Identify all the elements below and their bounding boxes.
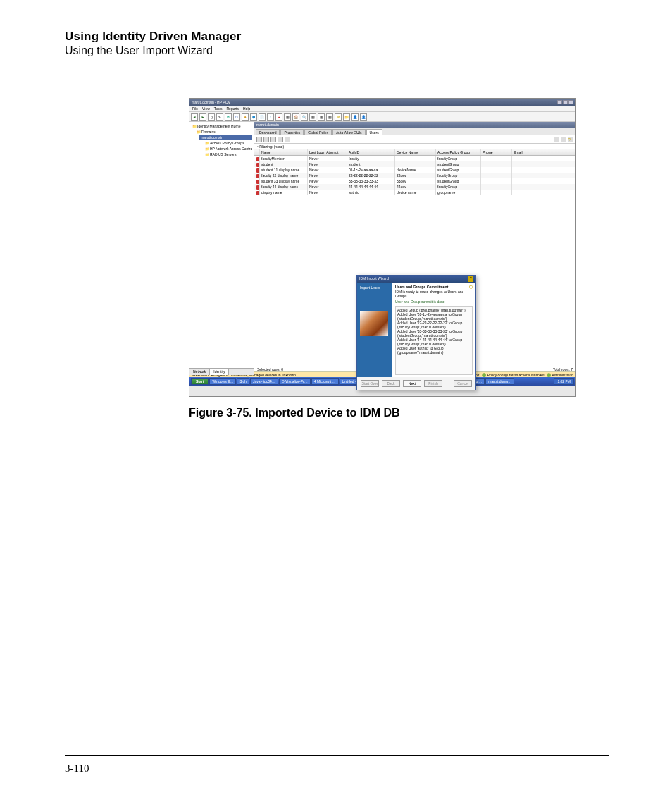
delete-user-icon[interactable] xyxy=(270,137,276,142)
close-icon[interactable] xyxy=(568,100,573,104)
col-authid[interactable]: AuthID xyxy=(347,149,395,155)
help-icon[interactable]: ? xyxy=(568,137,573,142)
start-button[interactable]: Start xyxy=(191,378,209,385)
col-name[interactable]: Name xyxy=(260,149,308,155)
user-action-icon[interactable] xyxy=(285,137,290,142)
embedded-screenshot: maruti.domain - HP PCM File View Tools R… xyxy=(189,98,576,397)
page-footer-rule xyxy=(65,755,609,756)
tree-hp-nac[interactable]: HP Network Access Control xyxy=(204,146,252,152)
user-action-icon[interactable] xyxy=(278,137,283,142)
user-icon[interactable]: 👤 xyxy=(351,113,359,121)
tab-global-rules[interactable]: Global Rules xyxy=(304,129,332,135)
table-row[interactable]: studentNeverstudentstudentGroup xyxy=(254,161,575,167)
cell-last-login: Never xyxy=(308,167,347,173)
toolbar-icon[interactable]: ✎ xyxy=(216,113,223,121)
print-icon[interactable] xyxy=(554,137,559,142)
wizard-side-title: Import Users xyxy=(360,285,390,290)
figure-caption: Figure 3-75. Imported Device to IDM DB xyxy=(189,407,609,419)
minimize-icon[interactable] xyxy=(557,100,562,104)
add-user-icon[interactable] xyxy=(256,137,262,142)
start-over-button[interactable]: Start Over xyxy=(361,380,379,387)
toolbar-icon[interactable]: ⟳ xyxy=(225,113,232,121)
forward-icon[interactable]: ► xyxy=(199,113,206,121)
toolbar-icon[interactable]: 📄 xyxy=(259,113,266,121)
col-icon[interactable] xyxy=(254,149,260,155)
toolbar-icon[interactable]: ▦ xyxy=(284,113,291,121)
tree-access-policy-groups[interactable]: Access Policy Groups xyxy=(204,140,252,146)
taskbar-item[interactable]: OIVisualize-Pr… xyxy=(279,378,311,385)
menu-tools[interactable]: Tools xyxy=(214,106,223,111)
toolbar-icon[interactable]: ⟳ xyxy=(233,113,240,121)
cell-phone xyxy=(481,156,512,161)
search-icon[interactable]: 🔍 xyxy=(301,113,308,121)
cell-email xyxy=(512,173,575,178)
home-icon[interactable]: 🏠 xyxy=(292,113,299,121)
toolbar-icon[interactable]: ▦ xyxy=(326,113,333,121)
cell-email xyxy=(512,190,575,195)
col-last-login[interactable]: Last Login Attempt xyxy=(308,149,347,155)
col-phone[interactable]: Phone xyxy=(481,149,512,155)
cancel-button[interactable]: Cancel xyxy=(454,380,472,387)
taskbar-item[interactable]: 4 Microsoft … xyxy=(311,378,339,385)
finish-button[interactable]: Finish xyxy=(424,380,442,387)
menu-help[interactable]: Help xyxy=(243,106,250,111)
edit-user-icon[interactable] xyxy=(263,137,269,142)
table-row[interactable]: display nameNeverauth iddevice namegroup… xyxy=(254,190,575,195)
toolbar-icon[interactable]: 📁 xyxy=(343,113,350,121)
toolbar-icon[interactable]: ⬢ xyxy=(250,113,257,121)
filter-row[interactable]: • Filtering: (none) xyxy=(254,144,575,149)
bottom-tab-network[interactable]: Network xyxy=(189,369,210,375)
back-button[interactable]: Back xyxy=(382,380,400,387)
tab-users[interactable]: Users xyxy=(366,129,382,135)
tab-dashboard[interactable]: Dashboard xyxy=(256,129,280,135)
col-device-name[interactable]: Device Name xyxy=(395,149,436,155)
tree-domain-selected[interactable]: maruti.domain xyxy=(199,135,252,140)
toolbar-icon[interactable]: ▦ xyxy=(309,113,316,121)
user-icon[interactable]: 👤 xyxy=(360,113,367,121)
bottom-tab-identity[interactable]: Identity xyxy=(210,369,229,375)
menu-view[interactable]: View xyxy=(202,106,210,111)
next-button[interactable]: Next xyxy=(403,380,421,387)
wizard-status-text: User and Group commit is done xyxy=(395,300,473,304)
col-email[interactable]: Email xyxy=(512,149,575,155)
table-row[interactable]: faculty 44 display nameNever44-44-44-44-… xyxy=(254,184,575,190)
export-icon[interactable] xyxy=(561,137,566,142)
table-row[interactable]: faculty 22 display nameNever22-22-22-22-… xyxy=(254,173,575,178)
tab-properties[interactable]: Properties xyxy=(280,129,304,135)
toolbar-icon[interactable]: ⎙ xyxy=(208,113,215,121)
cell-phone xyxy=(481,173,512,178)
system-clock[interactable]: 1:02 PM xyxy=(554,378,574,385)
taskbar-item[interactable]: maruti.doma… xyxy=(485,378,514,385)
tree-radius-servers[interactable]: RADIUS Servers xyxy=(204,152,252,157)
tab-auto-allow-ouis[interactable]: Auto-Allow OUIs xyxy=(332,129,366,135)
tree-root[interactable]: Identity Management Home xyxy=(191,123,252,129)
table-row[interactable]: student 33 display nameNever33-33-33-33-… xyxy=(254,178,575,184)
toolbar-icon[interactable]: ✦ xyxy=(242,113,249,121)
taskbar-item[interactable]: Java - ipc04… xyxy=(250,378,278,385)
taskbar-item[interactable]: 3 ch xyxy=(237,378,249,385)
maximize-icon[interactable] xyxy=(563,100,568,104)
toolbar-icon[interactable]: ↕ xyxy=(267,113,274,121)
taskbar-item[interactable]: Windows E… xyxy=(209,378,236,385)
cell-last-login: Never xyxy=(308,178,347,184)
table-row[interactable]: facultyMemberNeverfacultyfacultyGroup xyxy=(254,156,575,161)
table-row[interactable]: student 11 display nameNever01-1c-2e-aa-… xyxy=(254,167,575,173)
toolbar-icon[interactable]: ✉ xyxy=(335,113,342,121)
cell-apg: studentGroup xyxy=(436,178,481,184)
info-icon[interactable]: ⓘ xyxy=(469,285,473,289)
back-icon[interactable]: ◄ xyxy=(191,113,198,121)
menu-file[interactable]: File xyxy=(192,106,198,111)
cell-device: 22dev xyxy=(395,173,436,178)
toolbar-icon[interactable]: ▦ xyxy=(318,113,325,121)
cell-device xyxy=(395,161,436,167)
wizard-subtext: IDM is ready to make changes to Users an… xyxy=(395,290,473,298)
cell-apg: facultyGroup xyxy=(436,156,481,161)
col-access-policy-group[interactable]: Access Policy Group xyxy=(436,149,481,155)
menu-reports[interactable]: Reports xyxy=(227,106,239,111)
dialog-help-icon[interactable]: ? xyxy=(468,276,473,282)
idm-import-wizard-dialog: IDM Import Wizard ? Import Users xyxy=(356,275,476,390)
tree-domains[interactable]: Domains xyxy=(195,129,252,135)
cell-apg: facultyGroup xyxy=(436,184,481,190)
toolbar-icon[interactable]: ● xyxy=(275,113,282,121)
cell-email xyxy=(512,178,575,184)
